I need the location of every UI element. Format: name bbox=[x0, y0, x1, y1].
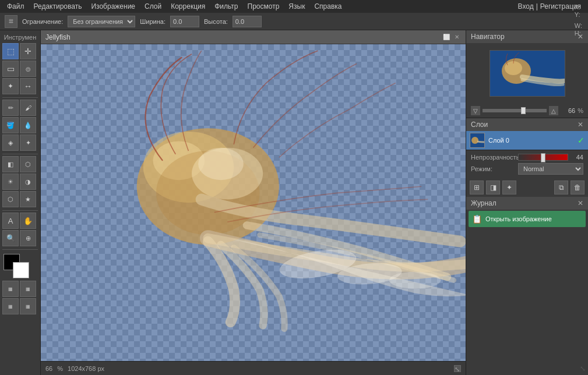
tool-row-2: ▭ ⌾ bbox=[2, 61, 38, 77]
layer-item[interactable]: Слой 0 ✓ bbox=[466, 131, 588, 150]
canvas-inner[interactable] bbox=[41, 44, 466, 361]
layers-header: Слои ✕ bbox=[466, 118, 588, 131]
layer-tool-1[interactable]: ⊞ bbox=[470, 181, 484, 194]
tools-panel: Инструмен ⬚ ✛ ▭ ⌾ ✦ ↔ ✏ 🖌 🪣 💧 ◈ ✦ ◧ ⬡ bbox=[0, 30, 41, 375]
layer-tool-3[interactable]: ✦ bbox=[502, 181, 516, 194]
canvas-close-btn[interactable]: ✕ bbox=[453, 33, 461, 41]
tool-extra[interactable]: ⊕ bbox=[20, 230, 36, 246]
tool-text[interactable]: A bbox=[2, 213, 19, 229]
canvas-dims: 1024x768 px bbox=[68, 365, 104, 372]
navigator-panel: Навигатор ✕ bbox=[466, 30, 588, 118]
canvas-buttons: ⬜ ✕ bbox=[442, 33, 461, 41]
tool-transform[interactable]: ↔ bbox=[20, 78, 36, 94]
tool-lasso[interactable]: ⌾ bbox=[20, 61, 36, 77]
menu-edit[interactable]: Редактировать bbox=[29, 1, 87, 12]
menu-help[interactable]: Справка bbox=[309, 1, 346, 12]
menu-login[interactable]: Вход bbox=[518, 2, 534, 10]
tool-path[interactable]: ⬡ bbox=[2, 191, 19, 207]
tool-paint[interactable]: 🪣 bbox=[2, 117, 19, 133]
tool-gradient[interactable]: ◧ bbox=[2, 156, 19, 172]
panel-footer: ⤡ bbox=[466, 286, 588, 375]
tool-zoom[interactable]: 🔍 bbox=[2, 230, 19, 246]
tool-clone[interactable]: ◈ bbox=[2, 135, 19, 151]
tool-row-4: ✏ 🖌 bbox=[2, 100, 38, 116]
opacity-mode-panel: Непрозрачность: 44 Режим: Normal Dissolv… bbox=[466, 150, 588, 178]
canvas-checkerboard[interactable] bbox=[41, 44, 466, 361]
tool-wand[interactable]: ✦ bbox=[2, 78, 19, 94]
journal-item-text: Открыть изображение bbox=[485, 215, 552, 222]
resize-handle-right[interactable]: ⤡ bbox=[580, 365, 586, 373]
width-label: Ширина: bbox=[140, 18, 166, 25]
tool-row-3: ✦ ↔ bbox=[2, 78, 38, 94]
journal-close[interactable]: ✕ bbox=[578, 199, 583, 207]
menu-layer[interactable]: Слой bbox=[140, 1, 166, 12]
background-color[interactable] bbox=[13, 262, 29, 278]
layer-tool-copy[interactable]: ⧉ bbox=[554, 181, 568, 194]
tool-grid-2[interactable]: ▦ bbox=[20, 281, 36, 297]
menu-correction[interactable]: Коррекция bbox=[166, 1, 210, 12]
zoom-slider[interactable] bbox=[483, 109, 547, 112]
toolbar-crop-icon[interactable]: ⌗ bbox=[5, 15, 17, 28]
tool-select[interactable]: ⬚ bbox=[2, 43, 19, 59]
tools-title: Инструмен bbox=[2, 33, 38, 43]
zoom-out-btn[interactable]: ▽ bbox=[471, 106, 480, 115]
tool-dodge[interactable]: ☀ bbox=[2, 174, 19, 190]
tool-heal[interactable]: ✦ bbox=[20, 135, 36, 151]
layer-tool-2[interactable]: ◨ bbox=[486, 181, 500, 194]
svg-point-14 bbox=[471, 137, 478, 144]
layer-tool-delete[interactable]: 🗑 bbox=[571, 181, 585, 194]
opacity-row: Непрозрачность: 44 bbox=[471, 154, 583, 161]
navigator-preview bbox=[490, 50, 565, 97]
zoom-in-btn[interactable]: △ bbox=[549, 106, 558, 115]
tool-row-10: A ✋ bbox=[2, 213, 38, 229]
tool-pencil[interactable]: ✏ bbox=[2, 100, 19, 116]
journal-panel: Журнал ✕ 📋 Открыть изображение bbox=[466, 197, 588, 286]
tool-shape[interactable]: ★ bbox=[20, 191, 36, 207]
layers-title: Слои bbox=[471, 121, 488, 129]
tool-rect-select[interactable]: ▭ bbox=[2, 61, 19, 77]
height-input[interactable] bbox=[233, 16, 262, 27]
canvas-maximize-btn[interactable]: ⬜ bbox=[442, 33, 450, 41]
layers-close[interactable]: ✕ bbox=[578, 121, 583, 129]
menu-view[interactable]: Просмотр bbox=[243, 1, 284, 12]
canvas-title: Jellyfish bbox=[45, 33, 71, 41]
navigator-title: Навигатор bbox=[471, 33, 505, 41]
right-panels: Навигатор ✕ bbox=[466, 30, 588, 375]
nav-x-label: X: bbox=[575, 3, 580, 10]
canvas-content: 66 % 1024x768 px ⤡ bbox=[41, 44, 466, 375]
tool-brush[interactable]: 🖌 bbox=[20, 100, 36, 116]
tool-row-1: ⬚ ✛ bbox=[2, 43, 38, 59]
tool-row-5: 🪣 💧 bbox=[2, 117, 38, 133]
constraint-select[interactable]: Без ограничения bbox=[68, 16, 135, 27]
nav-w-label: W: bbox=[575, 22, 582, 29]
layer-visible-check[interactable]: ✓ bbox=[578, 136, 585, 145]
menu-image[interactable]: Изображение bbox=[86, 1, 140, 12]
height-label: Высота: bbox=[204, 18, 228, 25]
navigator-content: X: Y: W: H: bbox=[466, 43, 588, 104]
width-input[interactable] bbox=[170, 16, 199, 27]
tool-blur[interactable]: ⬡ bbox=[20, 156, 36, 172]
menu-file[interactable]: Файл bbox=[2, 1, 29, 12]
tool-burn[interactable]: ◑ bbox=[20, 174, 36, 190]
tool-grid-4[interactable]: ▦ bbox=[20, 298, 36, 314]
tool-move[interactable]: ✛ bbox=[20, 43, 36, 59]
navigator-header: Навигатор ✕ bbox=[466, 30, 588, 43]
opacity-slider[interactable] bbox=[518, 154, 568, 161]
menu-filter[interactable]: Фильтр bbox=[210, 1, 242, 12]
menu-lang[interactable]: Язык bbox=[284, 1, 309, 12]
opacity-value: 44 bbox=[572, 154, 583, 161]
layer-thumbnail bbox=[470, 133, 485, 148]
tool-grid-1[interactable]: ▦ bbox=[2, 281, 19, 297]
journal-item[interactable]: 📋 Открыть изображение bbox=[469, 211, 586, 227]
tool-grid-3[interactable]: ▦ bbox=[2, 298, 19, 314]
mode-select[interactable]: Normal Dissolve Multiply Screen Overlay bbox=[518, 163, 583, 175]
tool-row-11: 🔍 ⊕ bbox=[2, 230, 38, 246]
journal-header: Журнал ✕ bbox=[466, 197, 588, 210]
canvas-area: Jellyfish ⬜ ✕ bbox=[41, 30, 466, 375]
tool-row-6: ◈ ✦ bbox=[2, 135, 38, 151]
mode-row: Режим: Normal Dissolve Multiply Screen O… bbox=[471, 163, 583, 175]
tool-hand[interactable]: ✋ bbox=[20, 213, 36, 229]
tool-eyedrop[interactable]: 💧 bbox=[20, 117, 36, 133]
resize-handle[interactable]: ⤡ bbox=[454, 365, 461, 372]
journal-title: Журнал bbox=[471, 199, 497, 207]
